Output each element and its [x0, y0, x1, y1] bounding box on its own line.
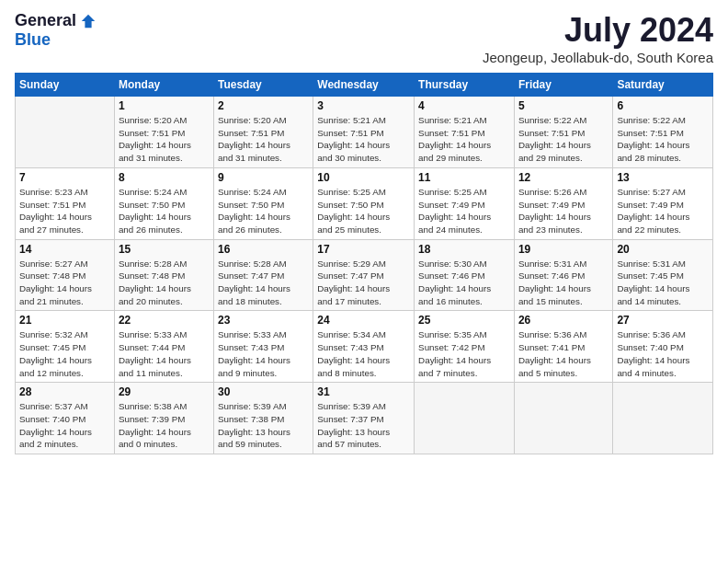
- day-info: Sunrise: 5:39 AMSunset: 7:37 PMDaylight:…: [317, 400, 410, 451]
- day-info: Sunrise: 5:33 AMSunset: 7:44 PMDaylight:…: [119, 328, 210, 379]
- day-number: 25: [418, 314, 510, 327]
- logo: General Blue: [15, 11, 97, 50]
- day-number: 6: [617, 99, 709, 112]
- day-number: 21: [19, 314, 110, 327]
- day-number: 31: [317, 385, 410, 398]
- col-sunday: Sunday: [16, 74, 115, 97]
- table-row: 1Sunrise: 5:20 AMSunset: 7:51 PMDaylight…: [114, 97, 213, 168]
- table-row: 21Sunrise: 5:32 AMSunset: 7:45 PMDayligh…: [16, 311, 115, 383]
- day-number: 22: [119, 314, 210, 327]
- table-row: 15Sunrise: 5:28 AMSunset: 7:48 PMDayligh…: [114, 239, 213, 311]
- day-info: Sunrise: 5:34 AMSunset: 7:43 PMDaylight:…: [317, 328, 410, 379]
- table-row: 23Sunrise: 5:33 AMSunset: 7:43 PMDayligh…: [213, 311, 313, 383]
- day-number: 28: [19, 385, 110, 398]
- table-row: [613, 383, 713, 454]
- day-info: Sunrise: 5:24 AMSunset: 7:50 PMDaylight:…: [218, 186, 309, 236]
- table-row: 26Sunrise: 5:36 AMSunset: 7:41 PMDayligh…: [514, 311, 612, 383]
- day-number: 10: [317, 171, 410, 184]
- day-number: 5: [518, 99, 609, 112]
- day-info: Sunrise: 5:32 AMSunset: 7:45 PMDaylight:…: [19, 328, 110, 379]
- table-row: [415, 383, 515, 454]
- table-row: 28Sunrise: 5:37 AMSunset: 7:40 PMDayligh…: [16, 383, 115, 454]
- day-info: Sunrise: 5:26 AMSunset: 7:49 PMDaylight:…: [518, 186, 609, 236]
- col-monday: Monday: [114, 74, 213, 97]
- day-info: Sunrise: 5:37 AMSunset: 7:40 PMDaylight:…: [19, 400, 110, 451]
- table-row: 6Sunrise: 5:22 AMSunset: 7:51 PMDaylight…: [613, 97, 713, 168]
- day-number: 11: [418, 171, 510, 184]
- day-info: Sunrise: 5:28 AMSunset: 7:47 PMDaylight:…: [218, 258, 309, 308]
- table-row: 24Sunrise: 5:34 AMSunset: 7:43 PMDayligh…: [313, 311, 415, 383]
- day-number: 9: [218, 171, 309, 184]
- col-wednesday: Wednesday: [313, 74, 415, 97]
- day-info: Sunrise: 5:35 AMSunset: 7:42 PMDaylight:…: [418, 328, 510, 379]
- day-info: Sunrise: 5:36 AMSunset: 7:40 PMDaylight:…: [617, 328, 709, 379]
- location-subtitle: Jeongeup, Jeollabuk-do, South Korea: [483, 50, 713, 65]
- day-info: Sunrise: 5:21 AMSunset: 7:51 PMDaylight:…: [317, 114, 410, 165]
- day-info: Sunrise: 5:23 AMSunset: 7:51 PMDaylight:…: [19, 186, 110, 236]
- day-info: Sunrise: 5:27 AMSunset: 7:48 PMDaylight:…: [19, 258, 110, 308]
- day-info: Sunrise: 5:22 AMSunset: 7:51 PMDaylight:…: [518, 114, 609, 165]
- table-row: [16, 97, 115, 168]
- col-saturday: Saturday: [613, 74, 713, 97]
- logo-general-text: General: [15, 11, 76, 30]
- day-info: Sunrise: 5:33 AMSunset: 7:43 PMDaylight:…: [218, 328, 309, 379]
- table-row: 2Sunrise: 5:20 AMSunset: 7:51 PMDaylight…: [213, 97, 313, 168]
- day-number: 20: [617, 243, 709, 256]
- day-number: 15: [119, 243, 210, 256]
- day-info: Sunrise: 5:29 AMSunset: 7:47 PMDaylight:…: [317, 258, 410, 308]
- day-number: 27: [617, 314, 709, 327]
- day-number: 2: [218, 99, 309, 112]
- table-row: 16Sunrise: 5:28 AMSunset: 7:47 PMDayligh…: [213, 239, 313, 311]
- table-row: 31Sunrise: 5:39 AMSunset: 7:37 PMDayligh…: [313, 383, 415, 454]
- day-info: Sunrise: 5:21 AMSunset: 7:51 PMDaylight:…: [418, 114, 510, 165]
- calendar-week-3: 14Sunrise: 5:27 AMSunset: 7:48 PMDayligh…: [16, 239, 713, 311]
- day-number: 8: [119, 171, 210, 184]
- day-info: Sunrise: 5:24 AMSunset: 7:50 PMDaylight:…: [119, 186, 210, 236]
- day-number: 26: [518, 314, 609, 327]
- page-header: General Blue July 2024 Jeongeup, Jeollab…: [15, 11, 713, 65]
- day-number: 12: [518, 171, 609, 184]
- calendar-header-row: Sunday Monday Tuesday Wednesday Thursday…: [16, 74, 713, 97]
- calendar-week-1: 1Sunrise: 5:20 AMSunset: 7:51 PMDaylight…: [16, 97, 713, 168]
- col-friday: Friday: [514, 74, 612, 97]
- day-info: Sunrise: 5:36 AMSunset: 7:41 PMDaylight:…: [518, 328, 609, 379]
- svg-marker-0: [82, 14, 95, 27]
- day-info: Sunrise: 5:22 AMSunset: 7:51 PMDaylight:…: [617, 114, 709, 165]
- logo-blue-text: Blue: [15, 30, 51, 50]
- day-info: Sunrise: 5:25 AMSunset: 7:49 PMDaylight:…: [418, 186, 510, 236]
- table-row: 19Sunrise: 5:31 AMSunset: 7:46 PMDayligh…: [514, 239, 612, 311]
- day-number: 3: [317, 99, 410, 112]
- col-thursday: Thursday: [415, 74, 515, 97]
- table-row: 7Sunrise: 5:23 AMSunset: 7:51 PMDaylight…: [16, 167, 115, 239]
- day-number: 23: [218, 314, 309, 327]
- table-row: 12Sunrise: 5:26 AMSunset: 7:49 PMDayligh…: [514, 167, 612, 239]
- title-block: July 2024 Jeongeup, Jeollabuk-do, South …: [483, 11, 713, 65]
- day-number: 29: [119, 385, 210, 398]
- table-row: 8Sunrise: 5:24 AMSunset: 7:50 PMDaylight…: [114, 167, 213, 239]
- day-info: Sunrise: 5:27 AMSunset: 7:49 PMDaylight:…: [617, 186, 709, 236]
- table-row: 4Sunrise: 5:21 AMSunset: 7:51 PMDaylight…: [415, 97, 515, 168]
- table-row: 3Sunrise: 5:21 AMSunset: 7:51 PMDaylight…: [313, 97, 415, 168]
- table-row: 10Sunrise: 5:25 AMSunset: 7:50 PMDayligh…: [313, 167, 415, 239]
- table-row: 11Sunrise: 5:25 AMSunset: 7:49 PMDayligh…: [415, 167, 515, 239]
- day-info: Sunrise: 5:20 AMSunset: 7:51 PMDaylight:…: [218, 114, 309, 165]
- day-number: 18: [418, 243, 510, 256]
- table-row: 29Sunrise: 5:38 AMSunset: 7:39 PMDayligh…: [114, 383, 213, 454]
- day-number: 4: [418, 99, 510, 112]
- day-number: 1: [119, 99, 210, 112]
- table-row: 27Sunrise: 5:36 AMSunset: 7:40 PMDayligh…: [613, 311, 713, 383]
- table-row: 14Sunrise: 5:27 AMSunset: 7:48 PMDayligh…: [16, 239, 115, 311]
- day-number: 17: [317, 243, 410, 256]
- col-tuesday: Tuesday: [213, 74, 313, 97]
- table-row: 20Sunrise: 5:31 AMSunset: 7:45 PMDayligh…: [613, 239, 713, 311]
- table-row: 17Sunrise: 5:29 AMSunset: 7:47 PMDayligh…: [313, 239, 415, 311]
- table-row: 5Sunrise: 5:22 AMSunset: 7:51 PMDaylight…: [514, 97, 612, 168]
- month-title: July 2024: [483, 11, 713, 50]
- calendar-table: Sunday Monday Tuesday Wednesday Thursday…: [15, 73, 713, 454]
- table-row: 9Sunrise: 5:24 AMSunset: 7:50 PMDaylight…: [213, 167, 313, 239]
- day-info: Sunrise: 5:31 AMSunset: 7:46 PMDaylight:…: [518, 258, 609, 308]
- calendar-week-2: 7Sunrise: 5:23 AMSunset: 7:51 PMDaylight…: [16, 167, 713, 239]
- table-row: 18Sunrise: 5:30 AMSunset: 7:46 PMDayligh…: [415, 239, 515, 311]
- day-number: 13: [617, 171, 709, 184]
- day-number: 16: [218, 243, 309, 256]
